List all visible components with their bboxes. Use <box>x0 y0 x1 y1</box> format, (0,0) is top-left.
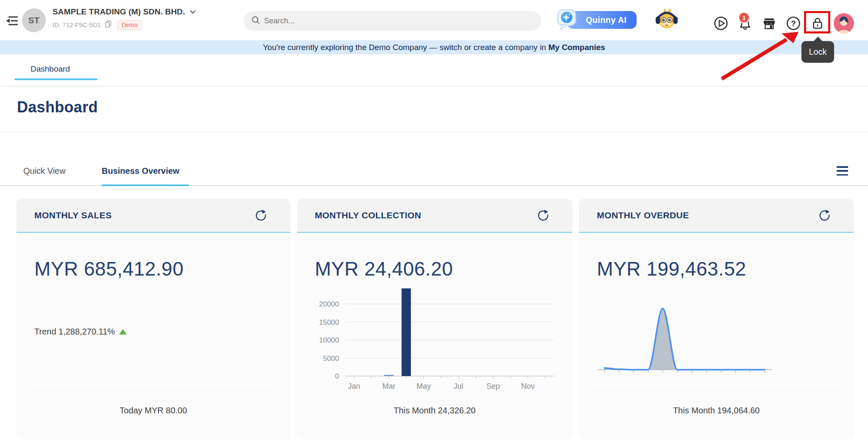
view-tabs: Quick View Business Overview <box>0 157 868 186</box>
tab-active-underline <box>14 78 97 80</box>
view-tab-active-underline <box>102 184 189 186</box>
svg-text:Jan: Jan <box>348 382 360 390</box>
monthly-overdue-area-chart <box>579 199 854 438</box>
dashboard-cards: MONTHLY SALES MYR 685,412.90 Trend 1,288… <box>17 199 854 438</box>
card-divider <box>592 392 841 392</box>
store-icon[interactable] <box>761 16 777 31</box>
notifications-bell-icon[interactable]: 1 <box>737 16 753 31</box>
trend-label: Trend 1,288,270.11% <box>34 327 115 337</box>
svg-text:Jul: Jul <box>453 382 463 390</box>
company-name-row[interactable]: SAMPLE TRADING (M) SDN. BHD. <box>53 7 196 17</box>
quinny-ai-icon <box>556 8 578 32</box>
svg-text:20000: 20000 <box>319 300 339 308</box>
quinny-ai-button[interactable]: Quinny AI <box>556 8 637 31</box>
company-id: ID: 712-F5C-5D1 <box>53 21 101 28</box>
card-title: MONTHLY SALES <box>34 210 112 220</box>
svg-text:10000: 10000 <box>319 336 339 344</box>
trend-up-icon <box>119 329 127 334</box>
company-selector: SAMPLE TRADING (M) SDN. BHD. ID: 712-F5C… <box>53 7 196 30</box>
tab-dashboard[interactable]: Dashboard <box>31 64 70 74</box>
card-divider <box>29 392 278 392</box>
svg-text:Nov: Nov <box>521 382 534 390</box>
notification-count-badge: 1 <box>738 12 750 23</box>
profile-avatar[interactable] <box>834 13 854 33</box>
company-avatar[interactable]: ST <box>22 8 46 32</box>
chevron-down-icon[interactable] <box>189 8 196 16</box>
sidebar-collapse-icon[interactable] <box>4 14 19 27</box>
monthly-overdue-card: MONTHLY OVERDUE MYR 199,463.52 This Mont… <box>579 199 854 438</box>
monthly-sales-card: MONTHLY SALES MYR 685,412.90 Trend 1,288… <box>17 199 290 438</box>
demo-badge: Demo <box>117 20 142 30</box>
help-icon[interactable]: ? <box>785 16 801 31</box>
svg-text:15000: 15000 <box>319 318 339 326</box>
refresh-icon[interactable] <box>818 209 831 222</box>
svg-text:?: ? <box>791 19 796 28</box>
open-tabs-bar: Dashboard <box>0 54 868 86</box>
copy-icon[interactable] <box>104 20 112 30</box>
play-tutorial-icon[interactable] <box>713 16 729 31</box>
refresh-icon[interactable] <box>537 209 549 222</box>
lock-tooltip-label: Lock <box>809 47 826 57</box>
search-bar[interactable] <box>244 11 541 31</box>
widget-menu-icon[interactable] <box>837 166 848 176</box>
top-bar: ST SAMPLE TRADING (M) SDN. BHD. ID: 712-… <box>0 0 868 40</box>
search-icon <box>251 16 260 26</box>
monthly-collection-amount: MYR 24,406.20 <box>315 257 453 280</box>
svg-text:Sep: Sep <box>486 382 500 390</box>
svg-text:May: May <box>416 382 431 390</box>
monthly-collection-card: MONTHLY COLLECTION MYR 24,406.20 0500010… <box>297 199 573 438</box>
refresh-icon[interactable] <box>255 209 267 222</box>
svg-text:0: 0 <box>335 372 339 380</box>
header-icon-row: 1 ? <box>713 13 854 33</box>
company-name: SAMPLE TRADING (M) SDN. BHD. <box>53 7 185 17</box>
search-input[interactable] <box>264 17 518 25</box>
banner-link-my-companies[interactable]: My Companies <box>548 43 605 52</box>
svg-text:Mar: Mar <box>382 382 395 390</box>
svg-text:5000: 5000 <box>323 354 339 362</box>
monthly-collection-footer: This Month 24,326.20 <box>297 406 573 415</box>
banner-text: You're currently exploring the Demo Comp… <box>263 43 605 52</box>
monthly-overdue-footer: This Month 194,064.60 <box>579 406 854 415</box>
tab-quick-view[interactable]: Quick View <box>23 166 66 176</box>
lock-tooltip: Lock <box>801 41 834 63</box>
tab-business-overview[interactable]: Business Overview <box>102 166 179 176</box>
monthly-collection-bar-chart: 05000100001500020000JanMarMayJulSepNov <box>297 199 573 438</box>
monthly-sales-amount: MYR 685,412.90 <box>34 257 184 280</box>
demo-company-banner: You're currently exploring the Demo Comp… <box>0 40 868 54</box>
card-title: MONTHLY OVERDUE <box>597 210 689 220</box>
monthly-sales-footer: Today MYR 80.00 <box>17 406 290 415</box>
lock-highlight-box <box>804 11 830 33</box>
page-title: Dashboard <box>17 98 98 116</box>
monthly-overdue-amount: MYR 199,463.52 <box>597 257 746 280</box>
mascot-assistant-icon[interactable] <box>655 7 679 31</box>
card-title: MONTHLY COLLECTION <box>315 210 421 220</box>
title-section: Dashboard <box>0 86 868 132</box>
